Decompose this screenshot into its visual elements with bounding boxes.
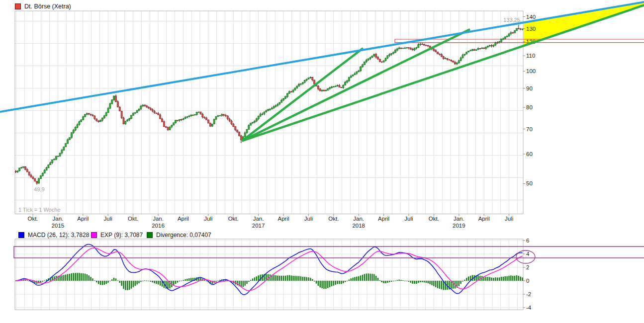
svg-text:Okt.: Okt. [228,216,239,222]
svg-text:Jan.: Jan. [153,216,164,222]
svg-text:2015: 2015 [52,223,65,229]
chart-window: 14013012011010090807060506420-2-4Okt.Jan… [0,0,644,323]
svg-text:Juli: Juli [204,216,212,222]
resistance-box-annotation[interactable] [395,39,644,43]
svg-text:Okt.: Okt. [128,216,138,222]
divergence-value-label: Divergence: 0,07407 [156,232,211,239]
svg-text:April: April [77,216,89,222]
svg-text:4: 4 [526,251,530,257]
svg-text:2017: 2017 [252,223,265,229]
svg-text:80: 80 [526,104,533,110]
svg-text:2019: 2019 [453,223,465,229]
macd-channel-annotation[interactable] [14,246,644,258]
exp-value-label: EXP (9): 3,7087 [100,232,143,239]
svg-text:110: 110 [526,53,535,59]
svg-text:Okt.: Okt. [429,216,439,222]
svg-text:April: April [277,216,289,222]
svg-text:-4: -4 [526,305,532,311]
macd-value-label: MACD (26, 12): 3,7828 [28,232,89,239]
blue-trendline[interactable] [0,2,644,112]
svg-text:0: 0 [526,278,529,284]
svg-text:Okt.: Okt. [328,216,339,222]
series-name: Dt. Börse (Xetra) [24,3,71,10]
svg-text:90: 90 [526,85,533,91]
svg-text:-2: -2 [526,291,531,297]
tick-interval-note: 1 Tick = 1 Woche [18,207,60,213]
svg-text:2: 2 [526,264,529,270]
svg-text:Jan.: Jan. [454,216,464,222]
svg-text:April: April [478,216,490,222]
svg-text:Juli: Juli [505,216,513,222]
svg-text:130: 130 [526,26,536,32]
green-fan-trendline-3[interactable] [242,5,644,141]
green-fan-trendline-1[interactable] [242,48,364,141]
svg-text:Juli: Juli [304,216,313,222]
svg-text:Jan.: Jan. [253,216,264,222]
macd-circle-annotation[interactable] [516,250,535,263]
period-low-label: 49,9 [30,186,49,192]
macd-legend: MACD (26, 12): 3,7828 EXP (9): 3,7087 Di… [0,232,644,240]
svg-text:50: 50 [526,180,533,186]
grid-layer [15,11,523,310]
svg-text:2018: 2018 [352,223,365,229]
series-swatch-icon [15,3,21,9]
macd-swatch-icon [18,232,24,238]
svg-text:April: April [178,216,189,222]
macd-legend-item-divergence[interactable]: Divergence: 0,07407 [147,232,211,239]
divergence-swatch-icon [147,232,153,238]
svg-text:140: 140 [526,14,536,20]
macd-legend-item-exp[interactable]: EXP (9): 3,7087 [91,232,143,239]
axis-labels: 14013012011010090807060506420-2-4Okt.Jan… [27,14,536,311]
green-fan-trendline-2[interactable] [242,29,470,141]
svg-text:70: 70 [526,126,533,132]
series-legend[interactable]: Dt. Börse (Xetra) [15,3,71,10]
svg-text:60: 60 [526,151,533,157]
exp-swatch-icon [91,232,97,238]
svg-text:Juli: Juli [404,216,413,222]
svg-text:2016: 2016 [152,223,165,229]
period-high-label: 133,25 [500,17,524,23]
svg-text:Jan.: Jan. [53,216,64,222]
price-macd-chart-canvas[interactable]: 14013012011010090807060506420-2-4Okt.Jan… [0,0,644,323]
svg-text:Okt.: Okt. [27,216,38,222]
macd-legend-item-macd[interactable]: MACD (26, 12): 3,7828 [18,232,89,239]
svg-text:100: 100 [526,68,536,74]
svg-text:April: April [378,216,389,222]
svg-text:Jan.: Jan. [353,216,364,222]
svg-text:Juli: Juli [104,216,112,222]
